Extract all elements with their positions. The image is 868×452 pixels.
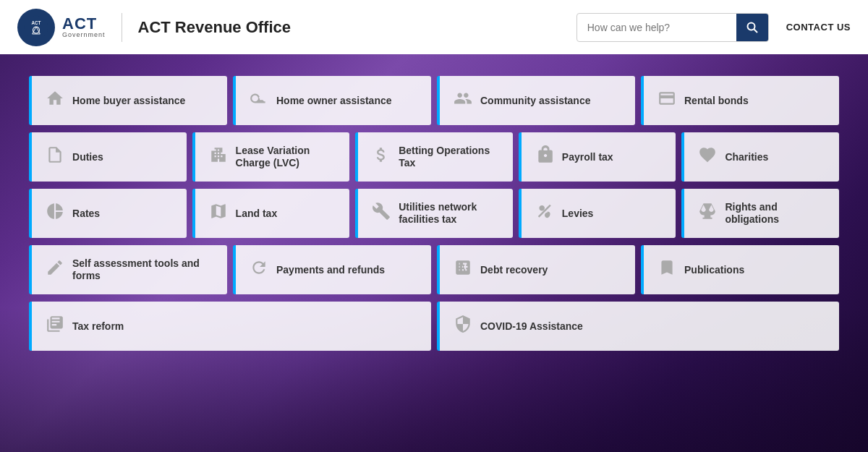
key-icon	[249, 89, 269, 112]
tile-label-covid-19-assistance: COVID-19 Assistance	[480, 320, 583, 333]
header-right: CONTACT US	[576, 13, 851, 42]
heart-icon	[697, 145, 718, 169]
tile-lease-variation-charge[interactable]: Lease Variation Charge (LVC)	[192, 132, 350, 182]
tile-home-buyer-assistance[interactable]: Home buyer assistance	[29, 76, 227, 125]
act-label: ACT	[62, 16, 106, 32]
calculator-icon	[453, 258, 473, 281]
search-icon	[746, 22, 758, 33]
tile-rates[interactable]: Rates	[29, 189, 187, 238]
contact-us-link[interactable]: CONTACT US	[786, 22, 851, 33]
refresh-icon	[249, 258, 269, 281]
tile-label-betting-operations-tax: Betting Operations Tax	[399, 145, 500, 169]
columns-icon	[45, 315, 65, 338]
briefcase-icon	[535, 145, 555, 169]
tile-label-utilities-network-facilities-tax: Utilities network facilities tax	[399, 201, 500, 226]
tile-row-2: RatesLand taxUtilities network facilitie…	[29, 189, 839, 238]
tile-label-home-owner-assistance: Home owner assistance	[276, 95, 392, 107]
svg-line-7	[754, 29, 757, 33]
tile-label-land-tax: Land tax	[236, 208, 278, 220]
percent-icon	[535, 202, 555, 225]
svg-point-6	[747, 22, 754, 30]
tile-home-owner-assistance[interactable]: Home owner assistance	[233, 76, 431, 125]
tile-label-payments-and-refunds: Payments and refunds	[276, 264, 385, 276]
tile-label-self-assessment-tools: Self assessment tools and forms	[72, 257, 214, 282]
tile-label-payroll-tax: Payroll tax	[562, 151, 613, 163]
tile-levies[interactable]: Levies	[519, 189, 676, 238]
tile-label-tax-reform: Tax reform	[72, 320, 124, 333]
tile-utilities-network-facilities-tax[interactable]: Utilities network facilities tax	[355, 189, 513, 238]
tile-payments-and-refunds[interactable]: Payments and refunds	[233, 245, 431, 294]
tile-row-0: Home buyer assistanceHome owner assistan…	[29, 76, 839, 125]
logo-text: ACT Government	[62, 16, 106, 38]
tile-row-4: Tax reformCOVID-19 Assistance	[29, 302, 839, 351]
piechart-icon	[45, 202, 65, 225]
home-icon	[45, 89, 65, 112]
tile-covid-19-assistance[interactable]: COVID-19 Assistance	[437, 302, 839, 351]
tile-label-debt-recovery: Debt recovery	[480, 264, 548, 276]
tile-payroll-tax[interactable]: Payroll tax	[519, 132, 676, 182]
tile-label-rights-and-obligations: Rights and obligations	[725, 201, 826, 226]
wrench-icon	[371, 202, 391, 225]
pencil-icon	[45, 258, 65, 281]
tile-row-1: DutiesLease Variation Charge (LVC)Bettin…	[29, 132, 839, 182]
tile-community-assistance[interactable]: Community assistance	[437, 76, 635, 125]
people-icon	[453, 89, 473, 112]
act-coat-of-arms-icon: ACT	[23, 14, 49, 40]
scale-icon	[697, 202, 718, 225]
tile-rental-bonds[interactable]: Rental bonds	[641, 76, 839, 125]
logo-divider	[122, 13, 122, 42]
building-icon	[208, 145, 229, 169]
tile-land-tax[interactable]: Land tax	[192, 189, 350, 238]
card-icon	[657, 89, 677, 112]
tile-debt-recovery[interactable]: Debt recovery	[437, 245, 635, 294]
tile-label-rental-bonds: Rental bonds	[684, 95, 749, 107]
tile-label-community-assistance: Community assistance	[480, 95, 591, 107]
tile-betting-operations-tax[interactable]: Betting Operations Tax	[355, 132, 513, 182]
tile-label-publications: Publications	[684, 264, 744, 276]
site-header: ACT ACT Government ACT Revenue Office C	[0, 0, 868, 54]
act-logo-circle: ACT	[17, 9, 55, 46]
search-box[interactable]	[576, 13, 769, 42]
tile-label-charities: Charities	[725, 151, 768, 163]
tile-label-home-buyer-assistance: Home buyer assistance	[72, 95, 185, 107]
tile-charities[interactable]: Charities	[681, 132, 839, 182]
government-label: Government	[62, 32, 106, 38]
tile-label-levies: Levies	[562, 208, 594, 220]
tile-tax-reform[interactable]: Tax reform	[29, 302, 431, 351]
bookmark-icon	[657, 258, 677, 281]
tile-duties[interactable]: Duties	[29, 132, 187, 182]
search-input[interactable]	[577, 22, 736, 33]
map-icon	[208, 202, 229, 225]
shield-icon	[453, 315, 473, 338]
search-button[interactable]	[736, 13, 768, 42]
dollar-icon	[371, 145, 391, 169]
file-icon	[45, 145, 65, 169]
logo-area: ACT ACT Government ACT Revenue Office	[17, 9, 291, 46]
site-title: ACT Revenue Office	[138, 18, 292, 37]
tile-rights-and-obligations[interactable]: Rights and obligations	[681, 189, 839, 238]
tile-publications[interactable]: Publications	[641, 245, 839, 294]
tile-label-duties: Duties	[72, 151, 103, 163]
svg-text:ACT: ACT	[32, 20, 41, 25]
tile-row-3: Self assessment tools and formsPayments …	[29, 245, 839, 294]
main-content: Home buyer assistanceHome owner assistan…	[0, 54, 868, 365]
tile-label-rates: Rates	[72, 208, 100, 220]
tile-label-lease-variation-charge: Lease Variation Charge (LVC)	[236, 145, 337, 169]
tile-self-assessment-tools[interactable]: Self assessment tools and forms	[29, 245, 227, 294]
